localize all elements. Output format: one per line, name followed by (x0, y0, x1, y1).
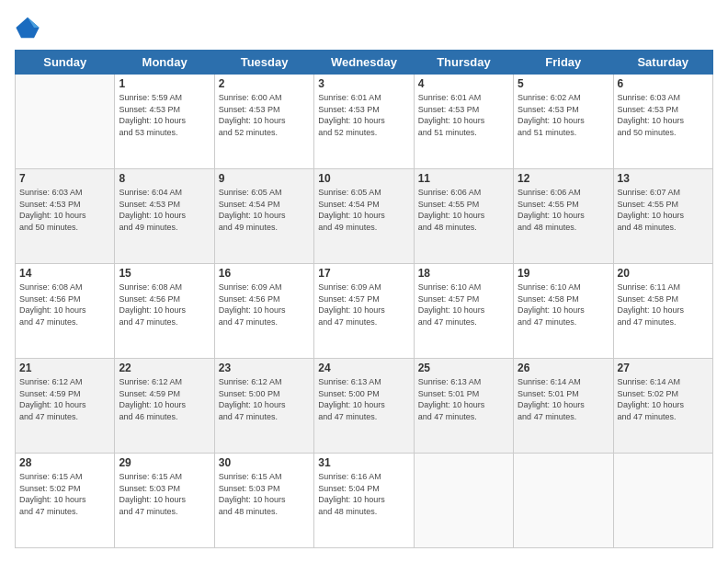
day-number: 30 (219, 456, 310, 469)
weekday-header-wednesday: Wednesday (314, 51, 414, 75)
day-info: Sunrise: 6:15 AM Sunset: 5:03 PM Dayligh… (119, 471, 210, 517)
calendar-week-row: 1Sunrise: 5:59 AM Sunset: 4:53 PM Daylig… (16, 75, 713, 169)
day-number: 1 (119, 77, 210, 90)
calendar-week-row: 28Sunrise: 6:15 AM Sunset: 5:02 PM Dayli… (16, 454, 713, 548)
logo-icon (15, 15, 40, 40)
day-number: 16 (219, 267, 310, 280)
calendar-cell: 16Sunrise: 6:09 AM Sunset: 4:56 PM Dayli… (214, 264, 313, 359)
day-info: Sunrise: 6:13 AM Sunset: 5:00 PM Dayligh… (318, 376, 409, 422)
calendar-cell: 21Sunrise: 6:12 AM Sunset: 4:59 PM Dayli… (16, 359, 115, 454)
day-info: Sunrise: 6:12 AM Sunset: 4:59 PM Dayligh… (119, 376, 210, 422)
weekday-header-thursday: Thursday (414, 51, 513, 75)
calendar-cell: 17Sunrise: 6:09 AM Sunset: 4:57 PM Dayli… (314, 264, 414, 359)
calendar-cell: 29Sunrise: 6:15 AM Sunset: 5:03 PM Dayli… (115, 454, 214, 548)
calendar-cell: 3Sunrise: 6:01 AM Sunset: 4:53 PM Daylig… (314, 75, 414, 169)
logo (15, 15, 42, 40)
day-info: Sunrise: 6:01 AM Sunset: 4:53 PM Dayligh… (418, 92, 509, 138)
day-number: 27 (618, 362, 709, 374)
calendar-cell: 14Sunrise: 6:08 AM Sunset: 4:56 PM Dayli… (16, 264, 115, 359)
calendar-cell: 5Sunrise: 6:02 AM Sunset: 4:53 PM Daylig… (514, 75, 613, 169)
calendar-cell: 10Sunrise: 6:05 AM Sunset: 4:54 PM Dayli… (314, 169, 414, 264)
day-number: 17 (318, 267, 409, 280)
calendar-cell: 12Sunrise: 6:06 AM Sunset: 4:55 PM Dayli… (514, 169, 613, 264)
day-info: Sunrise: 6:15 AM Sunset: 5:02 PM Dayligh… (19, 471, 110, 517)
day-info: Sunrise: 6:04 AM Sunset: 4:53 PM Dayligh… (119, 187, 210, 233)
day-number: 23 (219, 362, 310, 374)
day-info: Sunrise: 5:59 AM Sunset: 4:53 PM Dayligh… (119, 92, 210, 138)
calendar-cell: 18Sunrise: 6:10 AM Sunset: 4:57 PM Dayli… (414, 264, 513, 359)
day-info: Sunrise: 6:00 AM Sunset: 4:53 PM Dayligh… (219, 92, 310, 138)
calendar-cell: 23Sunrise: 6:12 AM Sunset: 5:00 PM Dayli… (214, 359, 313, 454)
day-number: 25 (418, 362, 509, 374)
day-info: Sunrise: 6:10 AM Sunset: 4:57 PM Dayligh… (418, 282, 509, 327)
day-number: 24 (318, 362, 409, 374)
calendar-cell: 24Sunrise: 6:13 AM Sunset: 5:00 PM Dayli… (314, 359, 414, 454)
day-number: 28 (19, 456, 110, 469)
day-number: 13 (618, 172, 709, 185)
calendar-cell (514, 454, 613, 548)
day-info: Sunrise: 6:06 AM Sunset: 4:55 PM Dayligh… (418, 187, 509, 233)
calendar-cell: 4Sunrise: 6:01 AM Sunset: 4:53 PM Daylig… (414, 75, 513, 169)
weekday-header-row: SundayMondayTuesdayWednesdayThursdayFrid… (16, 51, 713, 75)
calendar-cell: 28Sunrise: 6:15 AM Sunset: 5:02 PM Dayli… (16, 454, 115, 548)
weekday-header-saturday: Saturday (613, 51, 712, 75)
header (15, 15, 713, 40)
calendar-cell: 27Sunrise: 6:14 AM Sunset: 5:02 PM Dayli… (613, 359, 712, 454)
calendar-week-row: 7Sunrise: 6:03 AM Sunset: 4:53 PM Daylig… (16, 169, 713, 264)
day-number: 10 (318, 172, 409, 185)
calendar-cell: 13Sunrise: 6:07 AM Sunset: 4:55 PM Dayli… (613, 169, 712, 264)
day-info: Sunrise: 6:08 AM Sunset: 4:56 PM Dayligh… (119, 282, 210, 327)
day-number: 14 (19, 267, 110, 280)
day-number: 4 (418, 77, 509, 90)
calendar-cell: 11Sunrise: 6:06 AM Sunset: 4:55 PM Dayli… (414, 169, 513, 264)
day-info: Sunrise: 6:14 AM Sunset: 5:02 PM Dayligh… (618, 376, 709, 422)
day-info: Sunrise: 6:05 AM Sunset: 4:54 PM Dayligh… (219, 187, 310, 233)
day-info: Sunrise: 6:02 AM Sunset: 4:53 PM Dayligh… (518, 92, 609, 138)
day-info: Sunrise: 6:03 AM Sunset: 4:53 PM Dayligh… (19, 187, 110, 233)
weekday-header-monday: Monday (115, 51, 214, 75)
page: SundayMondayTuesdayWednesdayThursdayFrid… (0, 0, 728, 563)
calendar-cell: 20Sunrise: 6:11 AM Sunset: 4:58 PM Dayli… (613, 264, 712, 359)
day-info: Sunrise: 6:05 AM Sunset: 4:54 PM Dayligh… (318, 187, 409, 233)
calendar-cell: 22Sunrise: 6:12 AM Sunset: 4:59 PM Dayli… (115, 359, 214, 454)
day-number: 8 (119, 172, 210, 185)
calendar-week-row: 14Sunrise: 6:08 AM Sunset: 4:56 PM Dayli… (16, 264, 713, 359)
calendar-cell: 9Sunrise: 6:05 AM Sunset: 4:54 PM Daylig… (214, 169, 313, 264)
calendar-table: SundayMondayTuesdayWednesdayThursdayFrid… (15, 50, 713, 548)
weekday-header-friday: Friday (514, 51, 613, 75)
day-info: Sunrise: 6:09 AM Sunset: 4:57 PM Dayligh… (318, 282, 409, 327)
day-number: 21 (19, 362, 110, 374)
calendar-cell: 7Sunrise: 6:03 AM Sunset: 4:53 PM Daylig… (16, 169, 115, 264)
calendar-cell (613, 454, 712, 548)
calendar-cell: 6Sunrise: 6:03 AM Sunset: 4:53 PM Daylig… (613, 75, 712, 169)
day-info: Sunrise: 6:12 AM Sunset: 4:59 PM Dayligh… (19, 376, 110, 422)
day-info: Sunrise: 6:14 AM Sunset: 5:01 PM Dayligh… (518, 376, 609, 422)
calendar-cell: 25Sunrise: 6:13 AM Sunset: 5:01 PM Dayli… (414, 359, 513, 454)
calendar-cell (414, 454, 513, 548)
day-number: 26 (518, 362, 609, 374)
calendar-cell: 15Sunrise: 6:08 AM Sunset: 4:56 PM Dayli… (115, 264, 214, 359)
day-number: 20 (618, 267, 709, 280)
calendar-cell: 8Sunrise: 6:04 AM Sunset: 4:53 PM Daylig… (115, 169, 214, 264)
day-number: 29 (119, 456, 210, 469)
day-number: 3 (318, 77, 409, 90)
day-info: Sunrise: 6:07 AM Sunset: 4:55 PM Dayligh… (618, 187, 709, 233)
day-number: 7 (19, 172, 110, 185)
day-number: 19 (518, 267, 609, 280)
day-number: 2 (219, 77, 310, 90)
calendar-cell: 30Sunrise: 6:15 AM Sunset: 5:03 PM Dayli… (214, 454, 313, 548)
day-info: Sunrise: 6:01 AM Sunset: 4:53 PM Dayligh… (318, 92, 409, 138)
day-number: 6 (618, 77, 709, 90)
day-number: 5 (518, 77, 609, 90)
day-number: 12 (518, 172, 609, 185)
day-info: Sunrise: 6:13 AM Sunset: 5:01 PM Dayligh… (418, 376, 509, 422)
day-info: Sunrise: 6:12 AM Sunset: 5:00 PM Dayligh… (219, 376, 310, 422)
day-number: 22 (119, 362, 210, 374)
day-info: Sunrise: 6:06 AM Sunset: 4:55 PM Dayligh… (518, 187, 609, 233)
day-number: 18 (418, 267, 509, 280)
calendar-cell: 1Sunrise: 5:59 AM Sunset: 4:53 PM Daylig… (115, 75, 214, 169)
day-info: Sunrise: 6:11 AM Sunset: 4:58 PM Dayligh… (618, 282, 709, 327)
calendar-cell: 2Sunrise: 6:00 AM Sunset: 4:53 PM Daylig… (214, 75, 313, 169)
weekday-header-tuesday: Tuesday (214, 51, 313, 75)
day-info: Sunrise: 6:10 AM Sunset: 4:58 PM Dayligh… (518, 282, 609, 327)
